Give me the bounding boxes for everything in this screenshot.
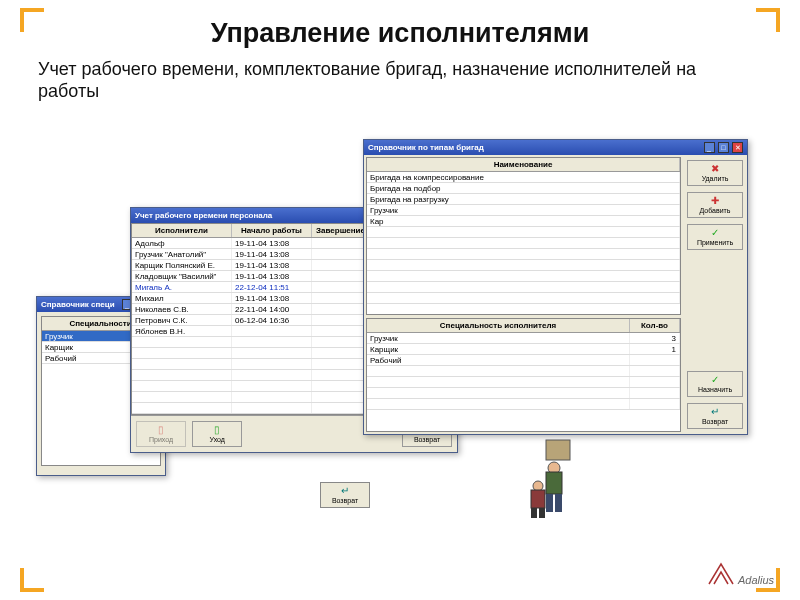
- close-icon[interactable]: ✕: [732, 142, 743, 153]
- minimize-icon[interactable]: _: [704, 142, 715, 153]
- window-title: Справочник по типам бригад: [368, 140, 484, 155]
- list-item[interactable]: [367, 271, 680, 282]
- arrive-button[interactable]: ▯Приход: [136, 421, 186, 447]
- list-item[interactable]: Карщик1: [367, 344, 680, 355]
- brigade-types-window: Справочник по типам бригад _ □ ✕ Наимено…: [363, 139, 748, 435]
- list-item[interactable]: [367, 260, 680, 271]
- list-item[interactable]: [367, 377, 680, 388]
- window-title: Справочник специ: [41, 297, 115, 312]
- workers-clipart: [516, 438, 586, 518]
- list-item[interactable]: [367, 399, 680, 410]
- list-item[interactable]: Кар: [367, 216, 680, 227]
- window-title: Учет рабочего времени персонала: [135, 208, 272, 223]
- apply-button[interactable]: ✓Применить: [687, 224, 743, 250]
- back-icon: ↵: [693, 407, 737, 417]
- leave-icon: ▯: [198, 425, 236, 435]
- svg-rect-0: [546, 440, 570, 460]
- assign-button[interactable]: ✓Назначить: [687, 371, 743, 397]
- delete-button[interactable]: ✖Удалить: [687, 160, 743, 186]
- delete-icon: ✖: [693, 164, 737, 174]
- window-controls: _ □ ✕: [703, 140, 743, 155]
- list-item[interactable]: [367, 238, 680, 249]
- list-item[interactable]: Грузчик: [367, 205, 680, 216]
- add-icon: ✚: [693, 196, 737, 206]
- list-item[interactable]: Рабочий: [367, 355, 680, 366]
- list-item[interactable]: Бригада на разгрузку: [367, 194, 680, 205]
- assign-icon: ✓: [693, 375, 737, 385]
- col-start: Начало работы: [232, 224, 312, 237]
- svg-rect-7: [531, 508, 537, 518]
- svg-rect-3: [546, 494, 553, 512]
- col-spec: Специальность исполнителя: [367, 319, 630, 332]
- list-item[interactable]: Грузчик3: [367, 333, 680, 344]
- apply-icon: ✓: [693, 228, 737, 238]
- list-item[interactable]: [367, 366, 680, 377]
- maximize-icon[interactable]: □: [718, 142, 729, 153]
- titlebar[interactable]: Справочник по типам бригад _ □ ✕: [364, 140, 747, 155]
- list-item[interactable]: [367, 249, 680, 260]
- col-name: Наименование: [367, 158, 680, 171]
- brigade-names-grid[interactable]: Наименование Бригада на компрессирование…: [366, 157, 681, 315]
- list-item[interactable]: [367, 282, 680, 293]
- slide-title: Управление исполнителями: [0, 18, 800, 49]
- col-qty: Кол-во: [630, 319, 680, 332]
- list-item[interactable]: [367, 388, 680, 399]
- list-item[interactable]: [367, 227, 680, 238]
- svg-rect-2: [546, 472, 562, 494]
- list-item[interactable]: [367, 293, 680, 304]
- list-item[interactable]: Бригада на подбор: [367, 183, 680, 194]
- slide-subtitle: Учет рабочего времени, комплектование бр…: [38, 58, 762, 103]
- svg-rect-8: [539, 508, 545, 518]
- back-icon: ↵: [326, 486, 364, 496]
- back-button-standalone[interactable]: ↵Возврат: [320, 482, 370, 508]
- add-button[interactable]: ✚Добавить: [687, 192, 743, 218]
- adalius-logo: Adalius: [707, 562, 774, 586]
- svg-rect-4: [555, 494, 562, 512]
- arrive-icon: ▯: [142, 425, 180, 435]
- list-item[interactable]: Бригада на компрессирование: [367, 172, 680, 183]
- leave-button[interactable]: ▯Уход: [192, 421, 242, 447]
- col-performer: Исполнители: [132, 224, 232, 237]
- specialty-count-grid[interactable]: Специальность исполнителя Кол-во Грузчик…: [366, 318, 681, 432]
- svg-rect-6: [531, 490, 545, 508]
- back-button[interactable]: ↵Возврат: [687, 403, 743, 429]
